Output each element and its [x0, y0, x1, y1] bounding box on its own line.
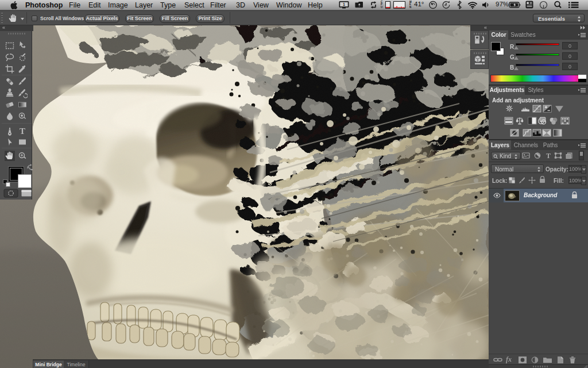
svg-text:1: 1 — [343, 2, 345, 6]
svg-text:T: T — [20, 126, 25, 136]
svg-text:T: T — [546, 152, 551, 159]
